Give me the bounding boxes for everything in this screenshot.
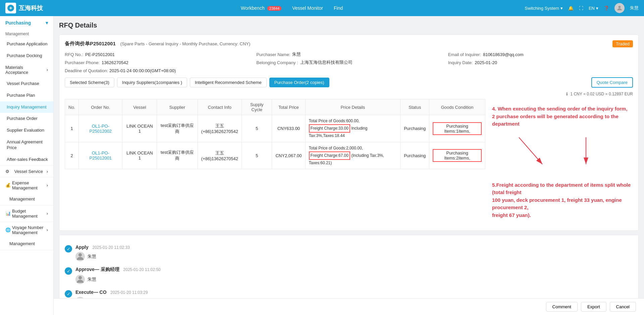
voyage-icon: 🌐 [5, 227, 11, 232]
table-header: No. Order No. Vessel Supplier Contact In… [65, 99, 485, 115]
belonging-company-value: 上海互海信息科技有限公司 [300, 59, 353, 65]
step-content-approve: Approve— 采购经理 2025-01-20 11:02:50 朱慧 [75, 267, 633, 284]
purchaser-phone-row: Purchaser Phone: 13626270542 [65, 59, 250, 65]
bottom-bar: Comment Export Cancel [54, 298, 644, 315]
nav-vessel-monitor[interactable]: Vessel Monitor [292, 5, 323, 11]
chevron-right-icon: › [47, 183, 48, 188]
language-switcher[interactable]: EN ▾ [589, 6, 598, 11]
tab-selected-scheme[interactable]: Selected Scheme(3) [65, 78, 114, 87]
expense-section: 💰 Expense Management › Management [0, 177, 53, 206]
svg-point-1 [619, 6, 621, 8]
tab-quote-compare[interactable]: Quote Compare [591, 77, 633, 88]
budget-section: 📊 Budget Management › [0, 206, 53, 222]
belonging-company-row: Belonging Company : 上海互海信息科技有限公司 [256, 59, 441, 65]
annotation-4-text: 4. When executing the sending order of t… [492, 102, 633, 131]
cell-status-2: Purchasing [400, 142, 429, 169]
sidebar-purchasing-header[interactable]: Purchasing ▾ [0, 16, 53, 30]
sidebar-item-expense-management[interactable]: 💰 Expense Management › [0, 177, 53, 193]
page-title: RFQ Details [59, 21, 639, 29]
tab-inquiry-suppliers[interactable]: Inquiry Suppliers(1companies ) [117, 78, 187, 87]
table-annotation-wrapper: No. Order No. Vessel Supplier Contact In… [65, 99, 633, 225]
step-date-approve: 2025-01-20 11:02:50 [123, 267, 160, 272]
sidebar: Purchasing ▾ Management Purchase Applica… [0, 16, 54, 315]
sidebar-item-voyage-management-sub[interactable]: Management [0, 238, 53, 250]
tab-purchase-order[interactable]: Purchase Order(2 copies) [269, 78, 329, 87]
main-layout: Purchasing ▾ Management Purchase Applica… [0, 16, 644, 315]
sidebar-item-purchase-docking[interactable]: Purchase Docking [0, 50, 53, 62]
logo-icon [5, 3, 16, 13]
col-supply-cycle: Supply Cycle [242, 99, 272, 115]
cell-no-1: 1 [65, 115, 79, 142]
nav-find[interactable]: Find [334, 5, 343, 11]
step-avatar-apply [75, 252, 85, 261]
table-body: 1 OL1-PO-P25012002 LINK OCEAN 1 test采购订单… [65, 115, 485, 169]
workflow-step-approve: ✓ Approve— 采购经理 2025-01-20 11:02:50 朱慧 [65, 267, 633, 284]
freight-charge-highlight-2: Freight Charge:67.00 [309, 151, 350, 160]
nav-right: Switching System ▾ 🔔 ⛶ EN ▾ ❓ 朱慧 [525, 3, 639, 13]
sidebar-item-vessel-purchase[interactable]: Vessel Purchase [0, 78, 53, 90]
email-label: Email of Inquirer: [448, 52, 481, 57]
price-details-content-2: Total Price of Goods:2,000.00, Freight C… [309, 145, 397, 167]
logo[interactable]: 互海科技 [5, 3, 59, 13]
sidebar-item-supplier-evaluation[interactable]: Supplier Evaluation [0, 125, 53, 136]
cell-price-details-1: Total Price of Goods:600.00, Freight Cha… [305, 115, 400, 142]
chevron-icon: ▾ [46, 20, 48, 26]
cell-order-no-2[interactable]: OL1-PO-P25012001 [79, 142, 122, 169]
cancel-button[interactable]: Cancel [610, 302, 636, 312]
step-user-apply: 朱慧 [75, 252, 633, 261]
rfq-no-value: PE-P25012001 [85, 52, 115, 57]
sidebar-item-after-sales-feedback[interactable]: After-sales Feedback [0, 154, 53, 166]
cell-supply-cycle-1: 5 [242, 115, 272, 142]
step-check-approve: ✓ [65, 267, 72, 275]
email-row: Email of Inquirer: 810618639@qq.com [448, 51, 633, 57]
purchaser-name-value: 朱慧 [292, 51, 301, 57]
col-supplier: Supplier [157, 99, 198, 115]
cell-goods-condition-1: Purchasing Items:1items, [429, 115, 485, 142]
cell-contact-1: 王五(+86)13626270542 [198, 115, 241, 142]
bell-icon[interactable]: 🔔 [568, 6, 574, 11]
help-icon[interactable]: ❓ [604, 6, 609, 11]
sidebar-item-purchase-plan[interactable]: Purchase Plan [0, 90, 53, 101]
sidebar-item-materials-acceptance[interactable]: Materials Acceptance › [0, 62, 53, 78]
top-navigation: 互海科技 Workbench 23844 Vessel Monitor Find… [0, 0, 644, 16]
col-price-details: Price Details [305, 99, 400, 115]
price-details-content-1: Total Price of Goods:600.00, Freight Cha… [309, 118, 397, 139]
fullscreen-icon[interactable]: ⛶ [579, 6, 583, 11]
email-value: 810618639@qq.com [483, 52, 524, 57]
switching-system[interactable]: Switching System ▾ [525, 6, 563, 11]
cell-price-details-2: Total Price of Goods:2,000.00, Freight C… [305, 142, 400, 169]
sidebar-item-budget-management[interactable]: 📊 Budget Management › [0, 206, 53, 222]
annotation-section: 4. When executing the sending order of t… [492, 99, 633, 225]
budget-icon: 📊 [5, 211, 11, 216]
nav-workbench[interactable]: Workbench 23844 [241, 5, 281, 11]
chevron-down-icon: ▾ [560, 6, 563, 11]
step-title-execute: Execute— CO [75, 289, 107, 295]
sidebar-item-expense-management-sub[interactable]: Management [0, 193, 53, 205]
sidebar-item-voyage-number[interactable]: 🌐 Voyage Number Management › [0, 222, 53, 238]
col-goods-condition: Goods Condition [429, 99, 485, 115]
comment-button[interactable]: Comment [546, 302, 578, 312]
vessel-service-icon: ⚙ [5, 169, 9, 174]
sidebar-item-purchase-application[interactable]: Purchase Application [0, 38, 53, 50]
step-check-execute: ✓ [65, 290, 72, 298]
cell-supplier-1: test采购订单供应商 [157, 115, 198, 142]
avatar[interactable] [614, 3, 625, 13]
chevron-right-icon: › [47, 169, 48, 174]
exchange-rate-info: ℹ 1 CNY = 0.02 USD = 0.12897 EUR [65, 92, 633, 96]
export-button[interactable]: Export [581, 302, 606, 312]
cell-order-no-1[interactable]: OL1-PO-P25012002 [79, 115, 122, 142]
workbench-badge: 23844 [267, 6, 282, 11]
vessel-service-section: ⚙ Vessel Service › [0, 166, 53, 177]
col-status: Status [400, 99, 429, 115]
sidebar-item-inquiry-management[interactable]: Inquiry Management [0, 101, 53, 113]
deadline-row: Deadline of Quotation: 2025-01-24 00:00:… [65, 68, 633, 73]
step-username-apply: 朱慧 [88, 254, 96, 260]
sidebar-item-vessel-service[interactable]: ⚙ Vessel Service › [0, 166, 53, 177]
sidebar-item-annual-agreement-price[interactable]: Annual Agreement Price [0, 136, 53, 154]
cell-vessel-1: LINK OCEAN 1 [122, 115, 157, 142]
purchaser-name-label: Purchaser Name: [256, 52, 290, 57]
step-avatar-approve [75, 275, 85, 284]
col-vessel: Vessel [122, 99, 157, 115]
sidebar-item-purchase-order[interactable]: Purchase Order [0, 113, 53, 125]
tab-intelligent-scheme[interactable]: Intelligent Recommended Scheme [190, 78, 267, 87]
